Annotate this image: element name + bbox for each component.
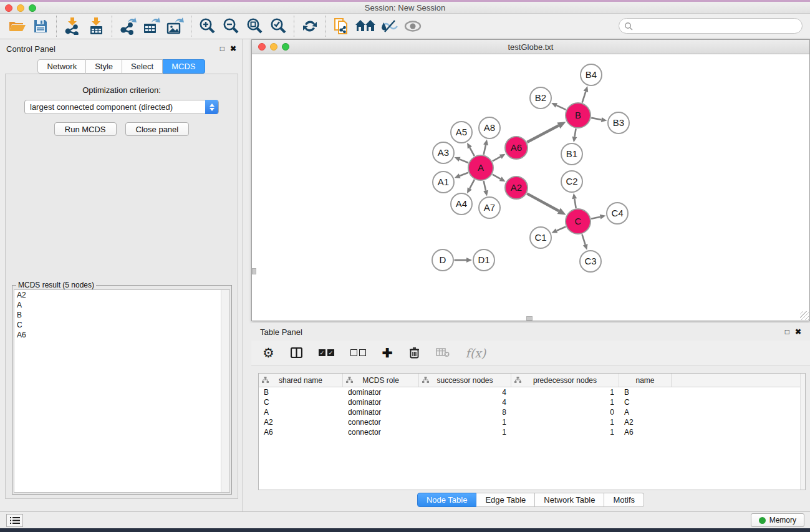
canvas-horizontal-scroll-thumb[interactable] — [526, 316, 533, 321]
tab-select[interactable]: Select — [122, 59, 163, 74]
delete-table-button[interactable] — [436, 348, 450, 357]
export-image-button[interactable] — [163, 16, 187, 37]
node-table[interactable]: shared name MCDS role successor nodes pr… — [258, 373, 806, 490]
graph-edge-arrow — [600, 215, 606, 220]
deselect-all-button[interactable] — [350, 349, 366, 356]
graph-edge-A-A8[interactable] — [484, 145, 486, 155]
task-history-button[interactable] — [6, 514, 23, 527]
network-close-button[interactable] — [258, 43, 266, 51]
criterion-select[interactable]: largest connected component (directed) — [24, 100, 219, 114]
network-graph[interactable]: B4B2BB3A8A5A6A3B1AA1C2A2A4A7C4CC1C3DD1 — [252, 54, 809, 321]
graph-edge-C-C4[interactable] — [591, 217, 600, 219]
tab-node-table[interactable]: Node Table — [417, 493, 477, 507]
maximize-window-button[interactable] — [29, 4, 36, 12]
run-mcds-button[interactable]: Run MCDS — [54, 122, 117, 136]
export-table-button[interactable] — [140, 16, 163, 37]
table-scrollbar[interactable] — [800, 374, 805, 490]
table-row[interactable]: A dominator 8 0 A — [259, 407, 805, 417]
column-header-successor-nodes[interactable]: successor nodes — [419, 374, 511, 387]
table-settings-button[interactable]: ⚙ — [263, 346, 274, 359]
search-input[interactable] — [633, 22, 802, 31]
graph-edge-C-C2[interactable] — [574, 199, 576, 208]
graph-node-label-A2: A2 — [511, 182, 522, 193]
column-visibility-button[interactable] — [291, 347, 302, 358]
column-header-mcds-role[interactable]: MCDS role — [343, 374, 419, 387]
table-row[interactable]: A2 connector 1 1 A2 — [259, 417, 805, 427]
close-window-button[interactable] — [5, 4, 12, 12]
close-panel-button[interactable]: Close panel — [125, 122, 190, 136]
zoom-fit-button[interactable] — [243, 16, 266, 37]
network-maximize-button[interactable] — [282, 43, 289, 51]
graph-node-label-B4: B4 — [586, 69, 597, 80]
memory-button[interactable]: Memory — [751, 513, 804, 527]
zoom-out-button[interactable] — [219, 16, 243, 37]
close-panel-icon[interactable]: ✖ — [230, 45, 236, 52]
tab-motifs[interactable]: Motifs — [604, 493, 644, 507]
graph-edge-A6-B[interactable] — [527, 125, 559, 142]
select-stepper-icon — [205, 100, 218, 114]
close-table-panel-icon[interactable]: ✖ — [795, 328, 801, 336]
network-window-title: testGlobe.txt — [252, 42, 809, 52]
graph-edge-A-A4[interactable] — [470, 180, 475, 188]
table-row[interactable]: A6 connector 1 1 A6 — [259, 427, 805, 437]
table-toolbar: ⚙ ✓✓ ✚ f(x) — [251, 341, 810, 365]
network-minimize-button[interactable] — [270, 43, 277, 51]
save-session-button[interactable] — [29, 16, 52, 37]
graph-edge-B-B2[interactable] — [556, 105, 566, 110]
result-list-scrollbar[interactable] — [221, 290, 229, 492]
canvas-vertical-scroll-thumb[interactable] — [252, 268, 256, 274]
list-item[interactable]: C — [14, 320, 229, 330]
table-row[interactable]: B dominator 4 1 B — [259, 387, 805, 397]
column-header-name[interactable]: name — [619, 374, 672, 387]
graph-edge-A-A1[interactable] — [460, 173, 468, 176]
hide-glasses-button[interactable] — [377, 16, 401, 37]
home-button[interactable] — [354, 16, 377, 37]
mcds-result-list[interactable]: A2 A B C A6 — [14, 289, 230, 493]
graph-node-label-A3: A3 — [438, 147, 449, 158]
search-box[interactable] — [619, 18, 803, 34]
tab-network[interactable]: Network — [37, 59, 86, 74]
import-network-button[interactable] — [60, 16, 84, 37]
tab-mcds[interactable]: MCDS — [163, 59, 205, 74]
function-builder-button[interactable]: f(x) — [466, 346, 486, 360]
list-item[interactable]: B — [14, 310, 229, 320]
graph-edge-C-C1[interactable] — [557, 227, 566, 231]
graph-edge-A-A2[interactable] — [493, 175, 501, 179]
select-all-button[interactable]: ✓✓ — [319, 349, 334, 356]
list-item[interactable]: A6 — [14, 330, 229, 340]
memory-label: Memory — [769, 516, 796, 525]
graph-edge-B-B4[interactable] — [582, 92, 586, 103]
refresh-button[interactable] — [298, 16, 322, 37]
float-panel-icon[interactable]: □ — [220, 45, 224, 52]
show-eye-button[interactable] — [401, 16, 425, 37]
table-row[interactable]: C dominator 4 1 C — [259, 397, 805, 407]
list-item[interactable]: A — [14, 300, 229, 310]
duplicate-network-button[interactable] — [330, 16, 354, 37]
list-item[interactable]: A2 — [14, 290, 229, 300]
zoom-selected-button[interactable] — [266, 16, 290, 37]
delete-column-button[interactable] — [409, 347, 420, 359]
import-table-button[interactable] — [84, 16, 108, 37]
add-column-button[interactable]: ✚ — [382, 347, 393, 359]
graph-edge-A-A7[interactable] — [484, 181, 486, 191]
graph-edge-B-B1[interactable] — [574, 128, 576, 137]
tab-network-table[interactable]: Network Table — [535, 493, 604, 507]
zoom-in-button[interactable] — [195, 16, 219, 37]
network-window-titlebar[interactable]: testGlobe.txt — [252, 40, 809, 54]
tab-style[interactable]: Style — [86, 59, 122, 74]
graph-edge-A-A3[interactable] — [460, 159, 468, 163]
network-canvas[interactable]: B4B2BB3A8A5A6A3B1AA1C2A2A4A7C4CC1C3DD1 — [252, 54, 809, 321]
graph-edge-A-A5[interactable] — [470, 148, 474, 157]
window-resize-grip[interactable] — [800, 311, 809, 320]
graph-edge-A-A6[interactable] — [493, 157, 501, 161]
open-file-button[interactable] — [5, 16, 29, 37]
export-network-button[interactable] — [116, 16, 140, 37]
float-table-panel-icon[interactable]: □ — [785, 328, 789, 336]
graph-edge-A2-C[interactable] — [527, 193, 559, 211]
column-header-shared-name[interactable]: shared name — [259, 374, 343, 387]
graph-edge-C-C3[interactable] — [582, 235, 585, 245]
graph-edge-B-B3[interactable] — [591, 118, 601, 120]
minimize-window-button[interactable] — [17, 4, 24, 12]
column-header-predecessor-nodes[interactable]: predecessor nodes — [511, 374, 619, 387]
tab-edge-table[interactable]: Edge Table — [476, 493, 535, 507]
